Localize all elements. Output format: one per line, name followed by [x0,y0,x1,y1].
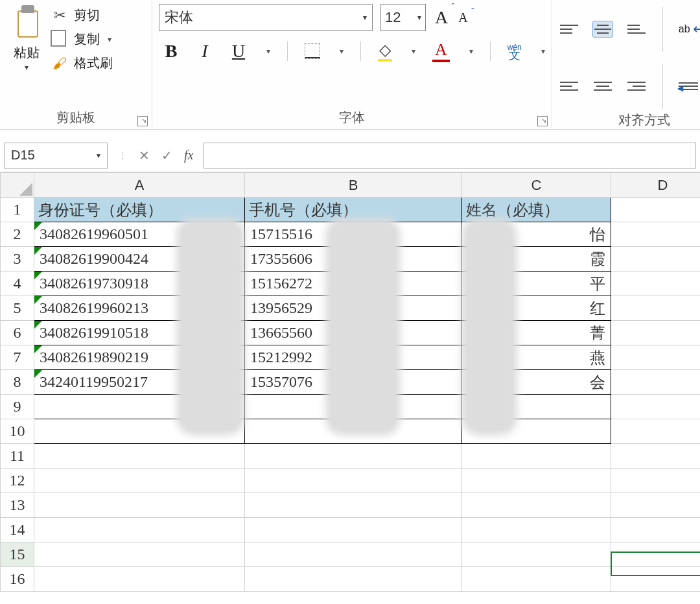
cell[interactable]: 手机号（必填） [245,198,462,222]
formula-input[interactable] [204,143,696,168]
cell[interactable] [611,395,701,419]
align-center-button[interactable] [592,78,613,95]
format-painter-button[interactable]: 🖌 格式刷 [51,54,122,72]
row-header[interactable]: 16 [1,567,34,592]
cell[interactable] [462,493,611,518]
italic-button[interactable]: I [196,41,213,62]
row-header[interactable]: 10 [1,419,34,444]
align-left-button[interactable] [559,78,579,95]
row-header[interactable]: 8 [1,370,34,395]
cell[interactable] [611,247,701,272]
col-header-D[interactable]: D [611,173,701,198]
chevron-down-icon[interactable]: ▾ [266,47,270,56]
cancel-formula-button[interactable]: ✕ [139,148,150,163]
row-header[interactable]: 7 [1,345,34,370]
cell[interactable] [245,444,462,469]
align-top-button[interactable] [559,21,579,38]
font-color-button[interactable]: A [432,40,450,62]
col-header-A[interactable]: A [34,173,245,198]
dialog-launcher-clipboard[interactable] [137,116,148,126]
wrap-text-icon: ab [679,23,690,35]
row-header[interactable]: 1 [1,198,34,222]
decrease-indent-button[interactable]: ◀ [679,78,698,94]
row-header[interactable]: 4 [1,272,34,296]
chevron-down-icon[interactable]: ▾ [108,35,111,44]
cell[interactable] [245,518,462,542]
cell[interactable] [462,444,611,469]
select-all-corner[interactable] [1,173,34,198]
cell[interactable] [611,222,701,247]
cell[interactable] [611,370,701,395]
cell[interactable] [611,272,701,296]
cell[interactable] [611,198,701,222]
row-header[interactable]: 11 [1,444,34,469]
chevron-down-icon[interactable]: ▾ [340,47,344,56]
cell[interactable] [245,493,462,518]
decrease-font-button[interactable]: A [457,10,469,25]
fill-color-button[interactable]: ◇ [378,41,392,62]
insert-function-button[interactable]: fx [184,148,193,163]
name-box[interactable]: D15 ▾ [4,143,108,168]
cell[interactable] [34,518,245,542]
cell[interactable] [462,542,611,567]
cell-D15[interactable] [611,542,701,567]
accept-formula-button[interactable]: ✓ [161,148,172,163]
cell[interactable] [245,469,462,493]
dialog-launcher-font[interactable] [537,116,548,126]
cell[interactable] [34,542,245,567]
row-header[interactable]: 9 [1,395,34,419]
phonetic-guide-button[interactable]: wén 文 [508,43,522,59]
redaction-overlay [331,223,395,430]
cell[interactable] [245,542,462,567]
cell[interactable] [462,518,611,542]
increase-font-button[interactable]: A [434,7,449,28]
wrap-text-button[interactable]: ab↩ [679,21,700,38]
separator [490,41,491,61]
row-header[interactable]: 15 [1,542,34,567]
align-middle-button[interactable] [592,21,613,38]
cell[interactable] [462,469,611,493]
row-header[interactable]: 13 [1,493,34,518]
cell[interactable] [462,567,611,592]
cell[interactable]: 身份证号（必填） [34,198,245,222]
paste-button[interactable]: 粘贴 ▾ [6,3,47,72]
align-bottom-button[interactable] [626,21,647,38]
col-header-C[interactable]: C [462,173,611,198]
chevron-down-icon[interactable]: ▾ [541,47,545,56]
row-header[interactable]: 5 [1,296,34,321]
cut-button[interactable]: ✂ 剪切 [51,6,122,24]
cell[interactable] [611,296,701,321]
cell[interactable] [34,567,245,592]
cell[interactable] [245,567,462,592]
bold-button[interactable]: B [163,41,180,62]
cell[interactable] [34,493,245,518]
borders-button[interactable] [305,43,320,59]
font-size-select[interactable]: 12 ▾ [380,4,426,31]
chevron-down-icon[interactable]: ▾ [469,47,473,56]
col-header-B[interactable]: B [245,173,462,198]
cell[interactable]: 姓名（必填） [462,198,611,222]
row-header[interactable]: 14 [1,518,34,542]
row-header[interactable]: 12 [1,469,34,493]
font-name-select[interactable]: 宋体 ▾ [159,4,373,31]
cell[interactable] [611,493,701,518]
chevron-down-icon[interactable]: ▾ [412,47,415,56]
cell[interactable] [611,567,701,592]
underline-button[interactable]: U [230,41,247,62]
row-header[interactable]: 6 [1,321,34,345]
brush-icon: 🖌 [51,55,69,72]
row-header[interactable]: 3 [1,247,34,272]
cell[interactable] [611,518,701,542]
row-header[interactable]: 2 [1,222,34,247]
cell[interactable] [611,419,701,444]
cell[interactable] [34,469,245,493]
cell[interactable] [34,444,245,469]
cell[interactable] [611,469,701,493]
cell[interactable] [611,444,701,469]
chevron-down-icon[interactable]: ▾ [25,63,29,72]
cell[interactable] [611,321,701,345]
align-right-button[interactable] [626,78,647,95]
cell[interactable] [611,345,701,370]
name-box-value: D15 [11,148,35,163]
copy-button[interactable]: 复制 ▾ [51,30,122,48]
